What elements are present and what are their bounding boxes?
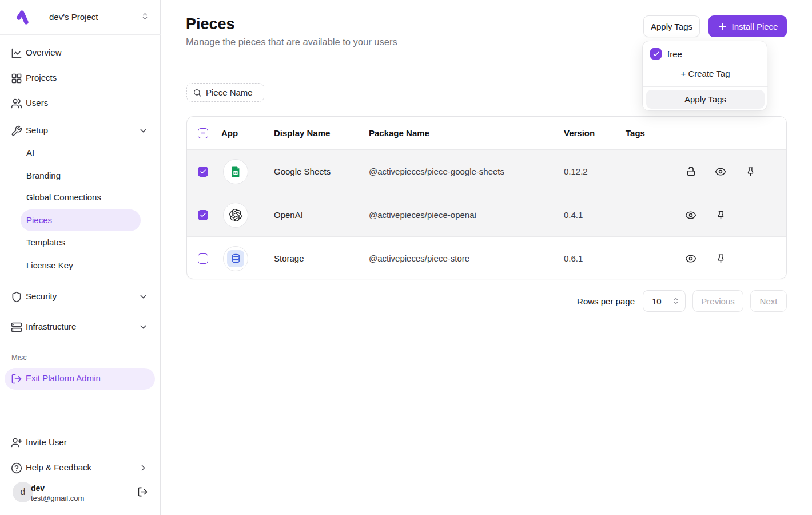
exit-platform-admin-label: Exit Platform Admin xyxy=(26,373,101,383)
misc-section-label: Misc xyxy=(11,353,27,362)
shield-icon xyxy=(11,291,22,303)
line-chart-icon xyxy=(11,47,22,59)
tags-popover: free + Create Tag Apply Tags xyxy=(642,41,767,111)
table-row[interactable]: Google Sheets @activepieces/piece-google… xyxy=(187,149,786,193)
wrench-icon xyxy=(11,125,22,137)
project-selector[interactable]: dev's Project xyxy=(0,7,161,29)
table-row[interactable]: OpenAI @activepieces/piece-openai 0.4.1 xyxy=(187,193,786,236)
piece-display-name: Storage xyxy=(274,253,369,263)
piece-version: 0.6.1 xyxy=(564,253,626,263)
divider xyxy=(0,34,161,35)
sidebar-item-setup[interactable]: Setup xyxy=(5,120,155,142)
column-header-app: App xyxy=(219,128,274,138)
install-piece-label: Install Piece xyxy=(732,22,778,31)
sidebar-item-overview[interactable]: Overview xyxy=(5,42,155,65)
sidebar-item-pieces[interactable]: Pieces xyxy=(21,209,141,231)
search-icon xyxy=(193,88,202,97)
sidebar-item-label: License Key xyxy=(26,260,73,270)
google-sheets-icon xyxy=(223,159,248,184)
sidebar-item-label: Branding xyxy=(26,171,61,180)
next-page-button[interactable]: Next xyxy=(750,290,787,312)
project-name: dev's Project xyxy=(49,12,98,22)
page-size-value: 10 xyxy=(652,296,662,306)
divider xyxy=(643,86,768,87)
unlock-icon[interactable] xyxy=(680,161,701,182)
grid-icon xyxy=(11,73,22,84)
piece-search[interactable] xyxy=(186,83,264,102)
eye-icon[interactable] xyxy=(680,205,701,225)
apply-tags-button[interactable]: Apply Tags xyxy=(643,15,700,37)
pin-icon[interactable] xyxy=(710,205,731,225)
sidebar-item-label: Security xyxy=(26,291,57,301)
row-checkbox[interactable] xyxy=(198,167,208,177)
chevrons-up-down-icon xyxy=(141,12,149,21)
invite-user-label: Invite User xyxy=(26,437,67,447)
help-circle-icon xyxy=(11,462,22,474)
pagination: Rows per page 10 Previous Next xyxy=(186,290,787,312)
chevron-down-icon xyxy=(138,292,148,302)
sidebar-item-label: AI xyxy=(26,148,34,157)
tag-option-free[interactable]: free xyxy=(650,47,682,60)
sidebar-item-label: Pieces xyxy=(26,215,52,225)
sidebar-item-license-key[interactable]: License Key xyxy=(21,255,141,276)
chevron-right-icon xyxy=(138,463,148,473)
user-name: dev xyxy=(31,484,45,493)
sidebar-item-users[interactable]: Users xyxy=(5,92,155,115)
piece-display-name: Google Sheets xyxy=(274,167,369,176)
column-header-version: Version xyxy=(564,128,626,138)
piece-package-name: @activepieces/piece-store xyxy=(369,253,564,263)
page-size-select[interactable]: 10 xyxy=(643,290,686,312)
eye-icon[interactable] xyxy=(680,248,701,269)
sidebar-item-label: Projects xyxy=(26,73,57,82)
chevrons-up-down-icon xyxy=(672,297,680,305)
row-checkbox[interactable] xyxy=(198,253,208,264)
select-all-checkbox[interactable] xyxy=(198,128,208,138)
popover-apply-tags-button[interactable]: Apply Tags xyxy=(646,90,765,109)
pieces-table: App Display Name Package Name Version Ta… xyxy=(186,116,787,279)
search-input[interactable] xyxy=(206,88,261,97)
column-header-display-name: Display Name xyxy=(274,128,369,138)
tag-checkbox[interactable] xyxy=(650,48,662,60)
table-row[interactable]: Storage @activepieces/piece-store 0.6.1 xyxy=(187,236,786,279)
chevron-down-icon xyxy=(138,322,148,332)
pin-icon[interactable] xyxy=(710,248,731,269)
sidebar-item-label: Templates xyxy=(26,237,65,247)
sidebar-item-branding[interactable]: Branding xyxy=(21,165,141,187)
sidebar-item-label: Infrastructure xyxy=(26,322,76,331)
piece-package-name: @activepieces/piece-openai xyxy=(369,210,564,220)
activepieces-logo-icon xyxy=(14,8,30,26)
column-header-tags: Tags xyxy=(626,128,680,138)
plus-icon xyxy=(718,22,727,31)
chevron-down-icon xyxy=(138,126,148,136)
help-feedback-button[interactable]: Help & Feedback xyxy=(5,457,155,480)
sidebar-item-infrastructure[interactable]: Infrastructure xyxy=(5,316,155,339)
install-piece-button[interactable]: Install Piece xyxy=(708,15,787,37)
tag-label: free xyxy=(667,49,682,59)
table-header-row: App Display Name Package Name Version Ta… xyxy=(187,117,786,149)
pin-icon[interactable] xyxy=(740,161,761,182)
user-email: test@gmail.com xyxy=(31,494,84,502)
sidebar: dev's Project Overview Projects Users Se… xyxy=(0,0,161,515)
sidebar-item-templates[interactable]: Templates xyxy=(21,232,141,253)
sidebar-item-label: Users xyxy=(26,98,48,108)
server-icon xyxy=(11,322,22,333)
create-tag-button[interactable]: + Create Tag xyxy=(643,69,768,78)
sidebar-item-global-connections[interactable]: Global Connections xyxy=(21,187,141,208)
row-checkbox[interactable] xyxy=(198,210,208,220)
invite-user-button[interactable]: Invite User xyxy=(5,431,155,454)
openai-icon xyxy=(223,203,248,228)
previous-page-button[interactable]: Previous xyxy=(692,290,743,312)
piece-version: 0.4.1 xyxy=(564,210,626,220)
sidebar-item-security[interactable]: Security xyxy=(5,286,155,308)
sidebar-item-ai[interactable]: AI xyxy=(21,142,141,164)
submenu-guide-line xyxy=(15,144,15,277)
sidebar-item-label: Setup xyxy=(26,125,48,135)
help-feedback-label: Help & Feedback xyxy=(26,462,91,472)
user-profile[interactable]: d dev test@gmail.com xyxy=(5,481,155,508)
sidebar-item-label: Overview xyxy=(26,47,62,57)
exit-platform-admin-button[interactable]: Exit Platform Admin xyxy=(5,368,155,390)
log-out-icon[interactable] xyxy=(137,486,148,497)
sidebar-item-projects[interactable]: Projects xyxy=(5,67,155,90)
eye-icon[interactable] xyxy=(710,161,731,182)
apply-tags-label: Apply Tags xyxy=(651,22,692,31)
